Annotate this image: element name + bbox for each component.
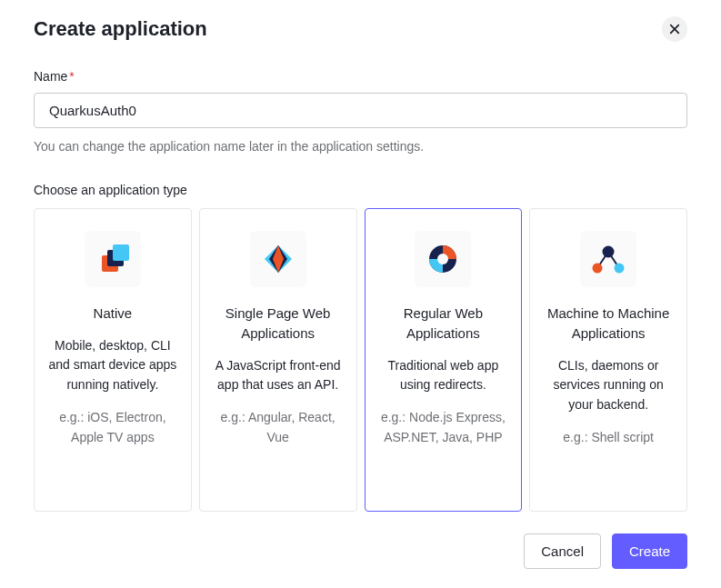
- name-label-text: Name: [34, 69, 67, 84]
- spa-icon: [250, 231, 306, 287]
- native-icon: [85, 231, 141, 287]
- svg-point-14: [615, 264, 625, 274]
- close-icon: [669, 24, 680, 35]
- page-title: Create application: [34, 17, 207, 41]
- card-examples: e.g.: Shell script: [563, 428, 654, 448]
- name-label: Name*: [34, 69, 687, 84]
- card-title: Machine to Machine Applications: [543, 304, 674, 344]
- card-examples: e.g.: Node.js Express, ASP.NET, Java, PH…: [378, 408, 509, 447]
- name-field: Name* You can change the application nam…: [34, 69, 687, 154]
- dialog-footer: Cancel Create: [34, 533, 687, 569]
- card-native[interactable]: Native Mobile, desktop, CLI and smart de…: [34, 208, 192, 512]
- card-description: Traditional web app using redirects.: [378, 356, 509, 395]
- card-examples: e.g.: Angular, React, Vue: [213, 408, 344, 447]
- name-helper-text: You can change the application name late…: [34, 139, 687, 154]
- app-type-label: Choose an application type: [34, 183, 687, 197]
- required-marker: *: [69, 69, 74, 84]
- name-input[interactable]: [34, 93, 687, 128]
- card-description: CLIs, daemons or services running on you…: [543, 356, 674, 415]
- cancel-button[interactable]: Cancel: [524, 533, 601, 569]
- card-m2m[interactable]: Machine to Machine Applications CLIs, da…: [529, 208, 687, 512]
- dialog-header: Create application: [34, 16, 687, 42]
- card-spa[interactable]: Single Page Web Applications A JavaScrip…: [199, 208, 357, 512]
- m2m-icon: [580, 231, 636, 287]
- svg-point-13: [593, 264, 603, 274]
- card-title: Single Page Web Applications: [213, 304, 344, 344]
- card-description: A JavaScript front-end app that uses an …: [213, 356, 344, 395]
- card-title: Regular Web Applications: [378, 304, 509, 344]
- svg-point-12: [603, 246, 615, 258]
- card-regular-web[interactable]: Regular Web Applications Traditional web…: [365, 208, 523, 512]
- app-type-section: Choose an application type Native Mobile…: [34, 183, 687, 512]
- close-button[interactable]: [662, 16, 687, 42]
- card-examples: e.g.: iOS, Electron, Apple TV apps: [47, 408, 178, 447]
- regular-web-icon: [415, 231, 471, 287]
- create-button[interactable]: Create: [612, 533, 687, 569]
- card-description: Mobile, desktop, CLI and smart device ap…: [47, 336, 178, 395]
- card-title: Native: [94, 304, 133, 324]
- svg-rect-4: [113, 244, 129, 261]
- svg-point-9: [437, 254, 448, 264]
- app-type-grid: Native Mobile, desktop, CLI and smart de…: [34, 208, 687, 512]
